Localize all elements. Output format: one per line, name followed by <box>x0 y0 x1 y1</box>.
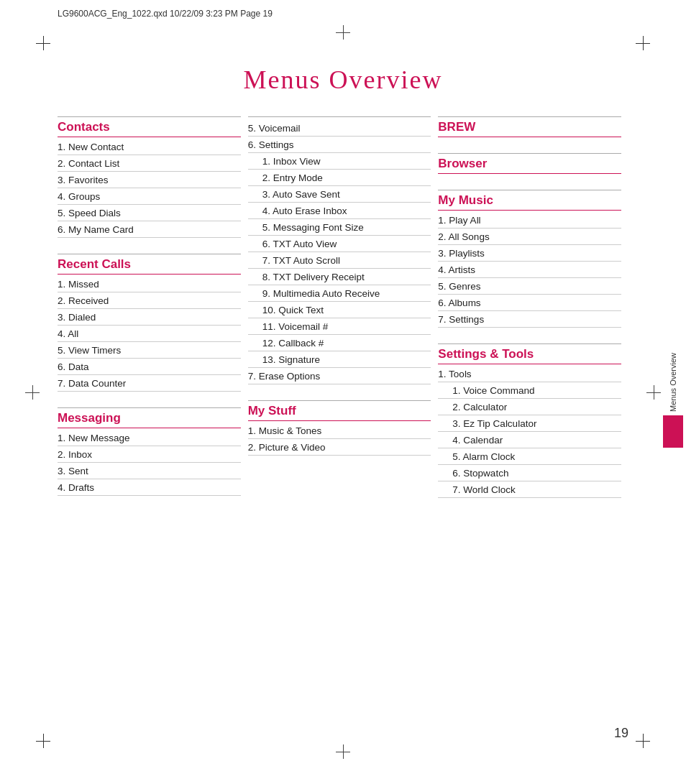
section: My Music1. Play All2. All Songs3. Playli… <box>438 190 621 328</box>
menu-item: 5. Genres <box>438 278 621 295</box>
content-area: Contacts1. New Contact2. Contact List3. … <box>58 116 628 498</box>
menu-item: 1. New Message <box>58 430 241 446</box>
page-title: Menus Overview <box>0 65 686 95</box>
page-number: 19 <box>614 726 628 741</box>
reg-mark-tl <box>36 36 50 50</box>
section-divider <box>58 407 241 408</box>
section: Settings & Tools1. Tools1. Voice Command… <box>438 343 621 498</box>
section-heading: Settings & Tools <box>438 347 621 364</box>
menu-item: 2. Received <box>58 292 241 309</box>
column-3: BREWBrowserMy Music1. Play All2. All Son… <box>438 116 628 498</box>
sidebar-container: Menus Overview <box>660 353 686 448</box>
section-heading: Contacts <box>58 120 241 137</box>
menu-item: 1. Voice Command <box>438 382 621 399</box>
section: Contacts1. New Contact2. Contact List3. … <box>58 116 241 238</box>
section-heading: BREW <box>438 120 621 137</box>
menu-item: 13. Signature <box>248 351 431 368</box>
menu-item: 6. Data <box>58 359 241 375</box>
menu-item: 4. Auto Erase Inbox <box>248 203 431 219</box>
section-heading: Recent Calls <box>58 257 241 275</box>
menu-item: 2. Entry Mode <box>248 170 431 186</box>
section-divider <box>438 116 621 117</box>
menu-item: 1. New Contact <box>58 139 241 155</box>
menu-item: 4. Drafts <box>58 479 241 496</box>
menu-item: 1. Music & Tones <box>248 423 431 439</box>
menu-item: 11. Voicemail # <box>248 318 431 335</box>
menu-item: 3. Favorites <box>58 172 241 188</box>
file-header: LG9600ACG_Eng_1022.qxd 10/22/09 3:23 PM … <box>58 9 273 19</box>
menu-item: 7. Data Counter <box>58 375 241 392</box>
section-divider <box>438 190 621 190</box>
menu-item: 6. TXT Auto View <box>248 236 431 252</box>
section-divider <box>438 153 621 154</box>
menu-item: 1. Play All <box>438 212 621 229</box>
section: BREW <box>438 116 621 137</box>
menu-item: 2. Calculator <box>438 399 621 415</box>
column-1: Contacts1. New Contact2. Contact List3. … <box>58 116 248 498</box>
menu-item: 1. Inbox View <box>248 153 431 170</box>
menu-item: 4. Groups <box>58 188 241 205</box>
menu-item: 5. Messaging Font Size <box>248 219 431 236</box>
reg-mark-left <box>25 385 40 400</box>
menu-item: 1. Tools <box>438 366 621 382</box>
menu-item: 3. Sent <box>58 463 241 479</box>
section: Browser <box>438 153 621 174</box>
menu-item: 10. Quick Text <box>248 302 431 318</box>
menu-item: 12. Callback # <box>248 335 431 351</box>
section-divider <box>248 400 431 401</box>
menu-item: 2. Picture & Video <box>248 439 431 456</box>
section-heading: My Music <box>438 193 621 211</box>
menu-item: 3. Dialed <box>58 309 241 326</box>
menu-item: 9. Multimedia Auto Receive <box>248 285 431 302</box>
reg-mark-right <box>646 385 661 400</box>
menu-item: 5. Speed Dials <box>58 205 241 221</box>
menu-item: 8. TXT Delivery Receipt <box>248 269 431 285</box>
menu-item: 3. Playlists <box>438 245 621 262</box>
menu-item: 7. Erase Options <box>248 368 431 384</box>
section: 5. Voicemail6. Settings1. Inbox View2. E… <box>248 116 431 384</box>
menu-item: 2. Contact List <box>58 155 241 172</box>
menu-item: 4. Artists <box>438 262 621 278</box>
section-heading: My Stuff <box>248 404 431 421</box>
menu-item: 7. Settings <box>438 311 621 328</box>
menu-item: 5. Alarm Clock <box>438 448 621 465</box>
menu-item: 6. Settings <box>248 137 431 153</box>
section: My Stuff1. Music & Tones2. Picture & Vid… <box>248 400 431 456</box>
section: Recent Calls1. Missed2. Received3. Diale… <box>58 254 241 392</box>
reg-mark-bl <box>36 734 50 748</box>
menu-item: 2. All Songs <box>438 229 621 245</box>
section-divider <box>58 254 241 254</box>
menu-item: 1. Missed <box>58 276 241 292</box>
section-divider <box>438 343 621 344</box>
section-heading: Messaging <box>58 411 241 428</box>
column-2: 5. Voicemail6. Settings1. Inbox View2. E… <box>248 116 439 498</box>
reg-mark-top <box>336 25 350 40</box>
menu-item: 3. Auto Save Sent <box>248 186 431 203</box>
menu-item: 2. Inbox <box>58 446 241 463</box>
menu-item: 4. All <box>58 326 241 342</box>
menu-item: 3. Ez Tip Calculator <box>438 415 621 432</box>
sidebar-label: Menus Overview <box>669 353 677 412</box>
menu-item: 7. TXT Auto Scroll <box>248 252 431 269</box>
reg-mark-br <box>636 734 650 748</box>
menu-item: 6. My Name Card <box>58 221 241 238</box>
sidebar-bar <box>663 415 683 448</box>
menu-item: 5. View Timers <box>58 342 241 359</box>
reg-mark-tr <box>636 36 650 50</box>
section-divider <box>58 116 241 117</box>
section-heading: Browser <box>438 157 621 174</box>
menu-item: 4. Calendar <box>438 432 621 448</box>
menu-item: 7. World Clock <box>438 481 621 498</box>
reg-mark-bottom <box>336 744 350 759</box>
menu-item: 6. Stopwatch <box>438 465 621 481</box>
section: Messaging1. New Message2. Inbox3. Sent4.… <box>58 407 241 496</box>
section-divider <box>248 116 431 117</box>
menu-item: 6. Albums <box>438 295 621 311</box>
menu-item: 5. Voicemail <box>248 120 431 137</box>
